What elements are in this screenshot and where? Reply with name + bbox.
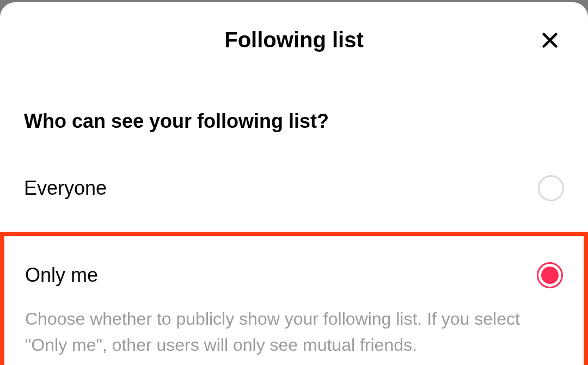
modal-title: Following list <box>224 28 364 52</box>
option-label: Only me <box>25 264 98 287</box>
modal-header: Following list <box>0 2 588 78</box>
privacy-question: Who can see your following list? <box>24 110 564 133</box>
radio-selected <box>537 262 563 288</box>
option-only-me[interactable]: Only me <box>25 258 563 293</box>
radio-unselected <box>538 175 564 201</box>
modal-content: Who can see your following list? Everyon… <box>0 78 588 365</box>
option-label: Everyone <box>24 177 107 200</box>
highlighted-selection: Only me Choose whether to publicly show … <box>0 232 588 365</box>
option-everyone[interactable]: Everyone <box>24 171 564 206</box>
option-description: Choose whether to publicly show your fol… <box>25 306 563 358</box>
following-list-modal: Following list Who can see your followin… <box>0 2 588 365</box>
close-icon <box>541 31 559 50</box>
close-button[interactable] <box>538 28 562 52</box>
